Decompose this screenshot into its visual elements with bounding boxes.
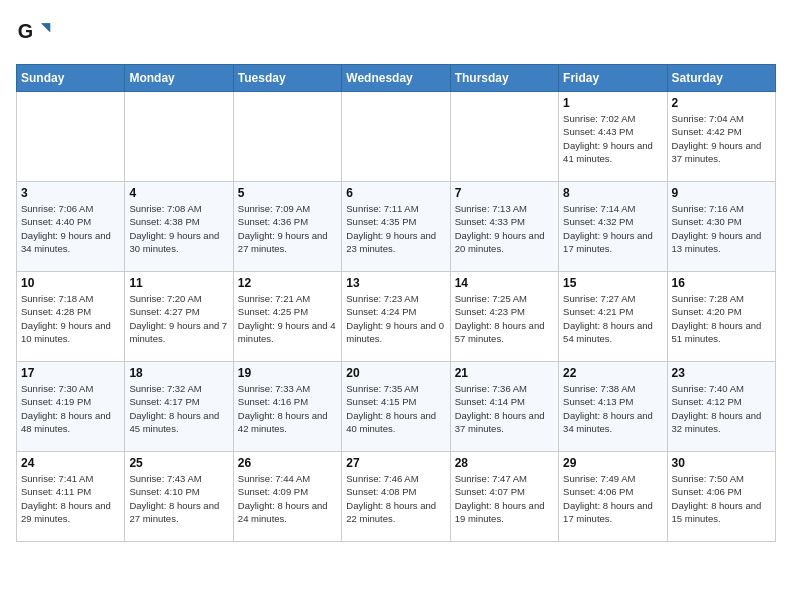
calendar-cell xyxy=(17,92,125,182)
calendar-week-row: 17Sunrise: 7:30 AM Sunset: 4:19 PM Dayli… xyxy=(17,362,776,452)
calendar-cell: 10Sunrise: 7:18 AM Sunset: 4:28 PM Dayli… xyxy=(17,272,125,362)
day-number: 20 xyxy=(346,366,445,380)
calendar-cell: 15Sunrise: 7:27 AM Sunset: 4:21 PM Dayli… xyxy=(559,272,667,362)
day-info: Sunrise: 7:44 AM Sunset: 4:09 PM Dayligh… xyxy=(238,472,337,525)
day-info: Sunrise: 7:47 AM Sunset: 4:07 PM Dayligh… xyxy=(455,472,554,525)
day-number: 15 xyxy=(563,276,662,290)
day-number: 18 xyxy=(129,366,228,380)
day-number: 30 xyxy=(672,456,771,470)
calendar-header-monday: Monday xyxy=(125,65,233,92)
day-number: 23 xyxy=(672,366,771,380)
calendar-cell: 11Sunrise: 7:20 AM Sunset: 4:27 PM Dayli… xyxy=(125,272,233,362)
calendar-cell: 16Sunrise: 7:28 AM Sunset: 4:20 PM Dayli… xyxy=(667,272,775,362)
calendar-cell: 12Sunrise: 7:21 AM Sunset: 4:25 PM Dayli… xyxy=(233,272,341,362)
calendar-cell: 30Sunrise: 7:50 AM Sunset: 4:06 PM Dayli… xyxy=(667,452,775,542)
calendar-header-sunday: Sunday xyxy=(17,65,125,92)
day-info: Sunrise: 7:41 AM Sunset: 4:11 PM Dayligh… xyxy=(21,472,120,525)
day-info: Sunrise: 7:40 AM Sunset: 4:12 PM Dayligh… xyxy=(672,382,771,435)
day-info: Sunrise: 7:38 AM Sunset: 4:13 PM Dayligh… xyxy=(563,382,662,435)
calendar-cell: 2Sunrise: 7:04 AM Sunset: 4:42 PM Daylig… xyxy=(667,92,775,182)
day-number: 16 xyxy=(672,276,771,290)
calendar-header-row: SundayMondayTuesdayWednesdayThursdayFrid… xyxy=(17,65,776,92)
calendar-week-row: 10Sunrise: 7:18 AM Sunset: 4:28 PM Dayli… xyxy=(17,272,776,362)
calendar-cell: 20Sunrise: 7:35 AM Sunset: 4:15 PM Dayli… xyxy=(342,362,450,452)
calendar-cell: 1Sunrise: 7:02 AM Sunset: 4:43 PM Daylig… xyxy=(559,92,667,182)
day-number: 4 xyxy=(129,186,228,200)
calendar-table: SundayMondayTuesdayWednesdayThursdayFrid… xyxy=(16,64,776,542)
day-info: Sunrise: 7:20 AM Sunset: 4:27 PM Dayligh… xyxy=(129,292,228,345)
day-number: 29 xyxy=(563,456,662,470)
day-info: Sunrise: 7:06 AM Sunset: 4:40 PM Dayligh… xyxy=(21,202,120,255)
day-number: 2 xyxy=(672,96,771,110)
calendar-cell: 24Sunrise: 7:41 AM Sunset: 4:11 PM Dayli… xyxy=(17,452,125,542)
calendar-cell: 17Sunrise: 7:30 AM Sunset: 4:19 PM Dayli… xyxy=(17,362,125,452)
day-number: 14 xyxy=(455,276,554,290)
day-number: 19 xyxy=(238,366,337,380)
calendar-week-row: 3Sunrise: 7:06 AM Sunset: 4:40 PM Daylig… xyxy=(17,182,776,272)
calendar-header-thursday: Thursday xyxy=(450,65,558,92)
calendar-cell: 22Sunrise: 7:38 AM Sunset: 4:13 PM Dayli… xyxy=(559,362,667,452)
day-number: 17 xyxy=(21,366,120,380)
calendar-cell: 29Sunrise: 7:49 AM Sunset: 4:06 PM Dayli… xyxy=(559,452,667,542)
day-number: 10 xyxy=(21,276,120,290)
day-info: Sunrise: 7:50 AM Sunset: 4:06 PM Dayligh… xyxy=(672,472,771,525)
calendar-cell: 9Sunrise: 7:16 AM Sunset: 4:30 PM Daylig… xyxy=(667,182,775,272)
day-info: Sunrise: 7:21 AM Sunset: 4:25 PM Dayligh… xyxy=(238,292,337,345)
day-info: Sunrise: 7:02 AM Sunset: 4:43 PM Dayligh… xyxy=(563,112,662,165)
day-info: Sunrise: 7:13 AM Sunset: 4:33 PM Dayligh… xyxy=(455,202,554,255)
day-info: Sunrise: 7:23 AM Sunset: 4:24 PM Dayligh… xyxy=(346,292,445,345)
calendar-week-row: 1Sunrise: 7:02 AM Sunset: 4:43 PM Daylig… xyxy=(17,92,776,182)
calendar-cell: 14Sunrise: 7:25 AM Sunset: 4:23 PM Dayli… xyxy=(450,272,558,362)
day-number: 24 xyxy=(21,456,120,470)
day-number: 8 xyxy=(563,186,662,200)
calendar-cell: 7Sunrise: 7:13 AM Sunset: 4:33 PM Daylig… xyxy=(450,182,558,272)
svg-text:G: G xyxy=(18,20,33,42)
day-number: 5 xyxy=(238,186,337,200)
calendar-cell xyxy=(233,92,341,182)
day-number: 22 xyxy=(563,366,662,380)
day-number: 28 xyxy=(455,456,554,470)
calendar-cell: 26Sunrise: 7:44 AM Sunset: 4:09 PM Dayli… xyxy=(233,452,341,542)
day-info: Sunrise: 7:18 AM Sunset: 4:28 PM Dayligh… xyxy=(21,292,120,345)
day-info: Sunrise: 7:16 AM Sunset: 4:30 PM Dayligh… xyxy=(672,202,771,255)
calendar-cell: 5Sunrise: 7:09 AM Sunset: 4:36 PM Daylig… xyxy=(233,182,341,272)
calendar-cell: 28Sunrise: 7:47 AM Sunset: 4:07 PM Dayli… xyxy=(450,452,558,542)
day-info: Sunrise: 7:09 AM Sunset: 4:36 PM Dayligh… xyxy=(238,202,337,255)
day-number: 13 xyxy=(346,276,445,290)
calendar-cell: 6Sunrise: 7:11 AM Sunset: 4:35 PM Daylig… xyxy=(342,182,450,272)
day-info: Sunrise: 7:33 AM Sunset: 4:16 PM Dayligh… xyxy=(238,382,337,435)
day-info: Sunrise: 7:49 AM Sunset: 4:06 PM Dayligh… xyxy=(563,472,662,525)
calendar-cell: 21Sunrise: 7:36 AM Sunset: 4:14 PM Dayli… xyxy=(450,362,558,452)
svg-marker-2 xyxy=(41,23,50,32)
day-info: Sunrise: 7:35 AM Sunset: 4:15 PM Dayligh… xyxy=(346,382,445,435)
calendar-cell xyxy=(125,92,233,182)
day-info: Sunrise: 7:25 AM Sunset: 4:23 PM Dayligh… xyxy=(455,292,554,345)
calendar-cell: 4Sunrise: 7:08 AM Sunset: 4:38 PM Daylig… xyxy=(125,182,233,272)
logo: G xyxy=(16,16,56,52)
day-number: 21 xyxy=(455,366,554,380)
day-number: 25 xyxy=(129,456,228,470)
calendar-header-tuesday: Tuesday xyxy=(233,65,341,92)
logo-icon: G xyxy=(16,16,52,52)
calendar-header-friday: Friday xyxy=(559,65,667,92)
calendar-cell: 25Sunrise: 7:43 AM Sunset: 4:10 PM Dayli… xyxy=(125,452,233,542)
calendar-cell: 23Sunrise: 7:40 AM Sunset: 4:12 PM Dayli… xyxy=(667,362,775,452)
day-info: Sunrise: 7:36 AM Sunset: 4:14 PM Dayligh… xyxy=(455,382,554,435)
day-number: 12 xyxy=(238,276,337,290)
day-info: Sunrise: 7:46 AM Sunset: 4:08 PM Dayligh… xyxy=(346,472,445,525)
day-info: Sunrise: 7:04 AM Sunset: 4:42 PM Dayligh… xyxy=(672,112,771,165)
day-number: 6 xyxy=(346,186,445,200)
calendar-cell: 13Sunrise: 7:23 AM Sunset: 4:24 PM Dayli… xyxy=(342,272,450,362)
day-info: Sunrise: 7:43 AM Sunset: 4:10 PM Dayligh… xyxy=(129,472,228,525)
calendar-cell: 8Sunrise: 7:14 AM Sunset: 4:32 PM Daylig… xyxy=(559,182,667,272)
day-number: 9 xyxy=(672,186,771,200)
day-number: 11 xyxy=(129,276,228,290)
calendar-cell: 27Sunrise: 7:46 AM Sunset: 4:08 PM Dayli… xyxy=(342,452,450,542)
day-info: Sunrise: 7:14 AM Sunset: 4:32 PM Dayligh… xyxy=(563,202,662,255)
page-header: G xyxy=(16,16,776,52)
day-number: 26 xyxy=(238,456,337,470)
day-info: Sunrise: 7:28 AM Sunset: 4:20 PM Dayligh… xyxy=(672,292,771,345)
day-info: Sunrise: 7:08 AM Sunset: 4:38 PM Dayligh… xyxy=(129,202,228,255)
calendar-cell: 18Sunrise: 7:32 AM Sunset: 4:17 PM Dayli… xyxy=(125,362,233,452)
calendar-header-wednesday: Wednesday xyxy=(342,65,450,92)
